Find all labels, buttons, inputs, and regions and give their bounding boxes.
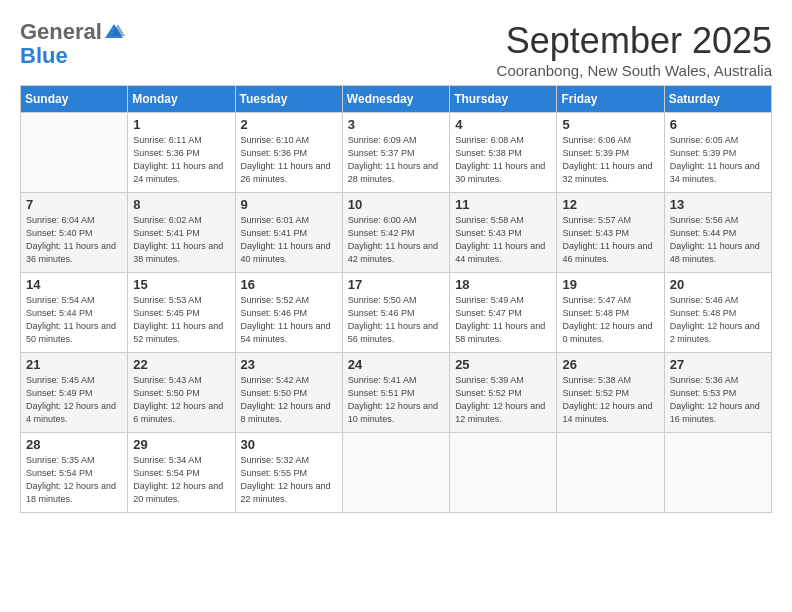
day-info: Sunrise: 5:45 AM Sunset: 5:49 PM Dayligh… (26, 374, 122, 426)
day-number: 6 (670, 117, 766, 132)
sunrise-text: Sunrise: 6:00 AM (348, 215, 417, 225)
day-number: 16 (241, 277, 337, 292)
day-number: 30 (241, 437, 337, 452)
subtitle: Cooranbong, New South Wales, Australia (497, 62, 772, 79)
calendar-cell: 25 Sunrise: 5:39 AM Sunset: 5:52 PM Dayl… (450, 353, 557, 433)
sunrise-text: Sunrise: 5:54 AM (26, 295, 95, 305)
calendar-week-1: 1 Sunrise: 6:11 AM Sunset: 5:36 PM Dayli… (21, 113, 772, 193)
sunset-text: Sunset: 5:43 PM (455, 228, 522, 238)
sunrise-text: Sunrise: 6:11 AM (133, 135, 202, 145)
calendar-cell: 26 Sunrise: 5:38 AM Sunset: 5:52 PM Dayl… (557, 353, 664, 433)
sunrise-text: Sunrise: 5:56 AM (670, 215, 739, 225)
day-number: 23 (241, 357, 337, 372)
sunset-text: Sunset: 5:36 PM (241, 148, 308, 158)
logo-icon (103, 22, 125, 42)
calendar-cell: 2 Sunrise: 6:10 AM Sunset: 5:36 PM Dayli… (235, 113, 342, 193)
sunrise-text: Sunrise: 5:38 AM (562, 375, 631, 385)
daylight-text: Daylight: 12 hours and 14 minutes. (562, 401, 652, 424)
sunrise-text: Sunrise: 5:39 AM (455, 375, 524, 385)
daylight-text: Daylight: 11 hours and 30 minutes. (455, 161, 545, 184)
header-cell-friday: Friday (557, 86, 664, 113)
daylight-text: Daylight: 11 hours and 44 minutes. (455, 241, 545, 264)
day-info: Sunrise: 6:04 AM Sunset: 5:40 PM Dayligh… (26, 214, 122, 266)
day-number: 27 (670, 357, 766, 372)
day-number: 9 (241, 197, 337, 212)
daylight-text: Daylight: 11 hours and 34 minutes. (670, 161, 760, 184)
day-info: Sunrise: 5:36 AM Sunset: 5:53 PM Dayligh… (670, 374, 766, 426)
sunrise-text: Sunrise: 5:35 AM (26, 455, 95, 465)
calendar-cell: 15 Sunrise: 5:53 AM Sunset: 5:45 PM Dayl… (128, 273, 235, 353)
logo: General Blue (20, 20, 126, 68)
day-number: 3 (348, 117, 444, 132)
day-number: 14 (26, 277, 122, 292)
day-info: Sunrise: 6:09 AM Sunset: 5:37 PM Dayligh… (348, 134, 444, 186)
calendar-cell: 27 Sunrise: 5:36 AM Sunset: 5:53 PM Dayl… (664, 353, 771, 433)
day-number: 18 (455, 277, 551, 292)
day-info: Sunrise: 6:06 AM Sunset: 5:39 PM Dayligh… (562, 134, 658, 186)
day-number: 7 (26, 197, 122, 212)
day-number: 17 (348, 277, 444, 292)
header-cell-sunday: Sunday (21, 86, 128, 113)
sunrise-text: Sunrise: 5:46 AM (670, 295, 739, 305)
calendar-cell (342, 433, 449, 513)
sunrise-text: Sunrise: 6:09 AM (348, 135, 417, 145)
day-number: 19 (562, 277, 658, 292)
daylight-text: Daylight: 11 hours and 52 minutes. (133, 321, 223, 344)
day-info: Sunrise: 5:38 AM Sunset: 5:52 PM Dayligh… (562, 374, 658, 426)
day-info: Sunrise: 5:54 AM Sunset: 5:44 PM Dayligh… (26, 294, 122, 346)
daylight-text: Daylight: 12 hours and 4 minutes. (26, 401, 116, 424)
day-number: 13 (670, 197, 766, 212)
day-info: Sunrise: 5:49 AM Sunset: 5:47 PM Dayligh… (455, 294, 551, 346)
day-info: Sunrise: 6:05 AM Sunset: 5:39 PM Dayligh… (670, 134, 766, 186)
calendar-cell: 10 Sunrise: 6:00 AM Sunset: 5:42 PM Dayl… (342, 193, 449, 273)
sunrise-text: Sunrise: 6:10 AM (241, 135, 310, 145)
day-number: 1 (133, 117, 229, 132)
sunset-text: Sunset: 5:42 PM (348, 228, 415, 238)
daylight-text: Daylight: 12 hours and 6 minutes. (133, 401, 223, 424)
daylight-text: Daylight: 11 hours and 24 minutes. (133, 161, 223, 184)
header-cell-monday: Monday (128, 86, 235, 113)
calendar-cell: 5 Sunrise: 6:06 AM Sunset: 5:39 PM Dayli… (557, 113, 664, 193)
sunrise-text: Sunrise: 5:49 AM (455, 295, 524, 305)
header-cell-wednesday: Wednesday (342, 86, 449, 113)
sunrise-text: Sunrise: 5:42 AM (241, 375, 310, 385)
daylight-text: Daylight: 11 hours and 58 minutes. (455, 321, 545, 344)
calendar-cell: 21 Sunrise: 5:45 AM Sunset: 5:49 PM Dayl… (21, 353, 128, 433)
daylight-text: Daylight: 12 hours and 18 minutes. (26, 481, 116, 504)
day-number: 10 (348, 197, 444, 212)
day-number: 11 (455, 197, 551, 212)
sunset-text: Sunset: 5:47 PM (455, 308, 522, 318)
sunrise-text: Sunrise: 6:08 AM (455, 135, 524, 145)
daylight-text: Daylight: 11 hours and 56 minutes. (348, 321, 438, 344)
daylight-text: Daylight: 11 hours and 54 minutes. (241, 321, 331, 344)
day-number: 4 (455, 117, 551, 132)
sunset-text: Sunset: 5:39 PM (562, 148, 629, 158)
day-number: 12 (562, 197, 658, 212)
day-info: Sunrise: 5:39 AM Sunset: 5:52 PM Dayligh… (455, 374, 551, 426)
calendar-cell: 14 Sunrise: 5:54 AM Sunset: 5:44 PM Dayl… (21, 273, 128, 353)
daylight-text: Daylight: 11 hours and 36 minutes. (26, 241, 116, 264)
calendar-week-3: 14 Sunrise: 5:54 AM Sunset: 5:44 PM Dayl… (21, 273, 772, 353)
sunrise-text: Sunrise: 6:05 AM (670, 135, 739, 145)
daylight-text: Daylight: 12 hours and 8 minutes. (241, 401, 331, 424)
calendar-cell: 30 Sunrise: 5:32 AM Sunset: 5:55 PM Dayl… (235, 433, 342, 513)
month-title: September 2025 (497, 20, 772, 62)
day-info: Sunrise: 6:08 AM Sunset: 5:38 PM Dayligh… (455, 134, 551, 186)
calendar-cell: 19 Sunrise: 5:47 AM Sunset: 5:48 PM Dayl… (557, 273, 664, 353)
day-info: Sunrise: 5:34 AM Sunset: 5:54 PM Dayligh… (133, 454, 229, 506)
calendar-cell: 13 Sunrise: 5:56 AM Sunset: 5:44 PM Dayl… (664, 193, 771, 273)
logo-general: General (20, 20, 102, 44)
sunset-text: Sunset: 5:45 PM (133, 308, 200, 318)
sunrise-text: Sunrise: 6:01 AM (241, 215, 310, 225)
header-cell-thursday: Thursday (450, 86, 557, 113)
sunrise-text: Sunrise: 6:04 AM (26, 215, 95, 225)
logo-blue: Blue (20, 44, 68, 68)
calendar-cell: 12 Sunrise: 5:57 AM Sunset: 5:43 PM Dayl… (557, 193, 664, 273)
sunrise-text: Sunrise: 5:32 AM (241, 455, 310, 465)
calendar-cell: 16 Sunrise: 5:52 AM Sunset: 5:46 PM Dayl… (235, 273, 342, 353)
calendar-cell: 3 Sunrise: 6:09 AM Sunset: 5:37 PM Dayli… (342, 113, 449, 193)
header-cell-tuesday: Tuesday (235, 86, 342, 113)
calendar-cell: 4 Sunrise: 6:08 AM Sunset: 5:38 PM Dayli… (450, 113, 557, 193)
calendar-cell: 28 Sunrise: 5:35 AM Sunset: 5:54 PM Dayl… (21, 433, 128, 513)
sunset-text: Sunset: 5:50 PM (133, 388, 200, 398)
